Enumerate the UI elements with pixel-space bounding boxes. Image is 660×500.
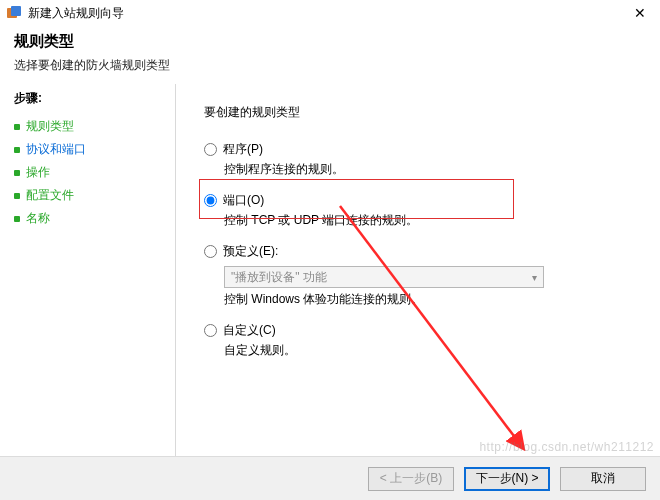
wizard-content: 要创建的规则类型 程序(P) 控制程序连接的规则。 端口(O) 控制 TCP 或…	[175, 84, 660, 462]
option-port: 端口(O) 控制 TCP 或 UDP 端口连接的规则。	[204, 192, 636, 229]
close-button[interactable]: ✕	[628, 3, 652, 23]
radio-port[interactable]	[204, 194, 217, 207]
bullet-icon	[14, 216, 20, 222]
steps-sidebar: 步骤: 规则类型 协议和端口 操作 配置文件 名称	[0, 84, 175, 462]
bullet-icon	[14, 170, 20, 176]
option-label: 自定义(C)	[223, 322, 276, 339]
step-name[interactable]: 名称	[14, 207, 167, 230]
app-icon	[6, 5, 22, 21]
steps-heading: 步骤:	[14, 90, 167, 107]
wizard-footer: < 上一步(B) 下一步(N) > 取消	[0, 456, 660, 500]
wizard-header: 规则类型 选择要创建的防火墙规则类型	[0, 24, 660, 84]
cancel-button[interactable]: 取消	[560, 467, 646, 491]
bullet-icon	[14, 193, 20, 199]
svg-rect-1	[11, 6, 21, 16]
option-desc: 控制程序连接的规则。	[224, 161, 636, 178]
option-label: 端口(O)	[223, 192, 264, 209]
step-profile[interactable]: 配置文件	[14, 184, 167, 207]
option-label: 程序(P)	[223, 141, 263, 158]
combo-value: "播放到设备" 功能	[231, 269, 327, 286]
next-button[interactable]: 下一步(N) >	[464, 467, 550, 491]
option-desc: 自定义规则。	[224, 342, 636, 359]
chevron-down-icon: ▾	[532, 272, 537, 283]
step-label: 规则类型	[26, 118, 74, 135]
option-desc: 控制 Windows 体验功能连接的规则。	[224, 291, 636, 308]
back-button[interactable]: < 上一步(B)	[368, 467, 454, 491]
option-label: 预定义(E):	[223, 243, 278, 260]
option-predefined: 预定义(E): "播放到设备" 功能 ▾ 控制 Windows 体验功能连接的规…	[204, 243, 636, 308]
option-program: 程序(P) 控制程序连接的规则。	[204, 141, 636, 178]
step-label: 名称	[26, 210, 50, 227]
option-desc: 控制 TCP 或 UDP 端口连接的规则。	[224, 212, 636, 229]
title-bar: 新建入站规则向导 ✕	[0, 0, 660, 24]
window-title: 新建入站规则向导	[28, 5, 124, 22]
bullet-icon	[14, 124, 20, 130]
step-label: 操作	[26, 164, 50, 181]
radio-custom[interactable]	[204, 324, 217, 337]
content-prompt: 要创建的规则类型	[204, 104, 636, 121]
page-title: 规则类型	[14, 32, 646, 51]
radio-predefined[interactable]	[204, 245, 217, 258]
predefined-combo[interactable]: "播放到设备" 功能 ▾	[224, 266, 544, 288]
step-label: 配置文件	[26, 187, 74, 204]
radio-program[interactable]	[204, 143, 217, 156]
step-rule-type[interactable]: 规则类型	[14, 115, 167, 138]
bullet-icon	[14, 147, 20, 153]
option-custom: 自定义(C) 自定义规则。	[204, 322, 636, 359]
page-subtitle: 选择要创建的防火墙规则类型	[14, 57, 646, 74]
step-label: 协议和端口	[26, 141, 86, 158]
step-protocol-port[interactable]: 协议和端口	[14, 138, 167, 161]
step-action[interactable]: 操作	[14, 161, 167, 184]
